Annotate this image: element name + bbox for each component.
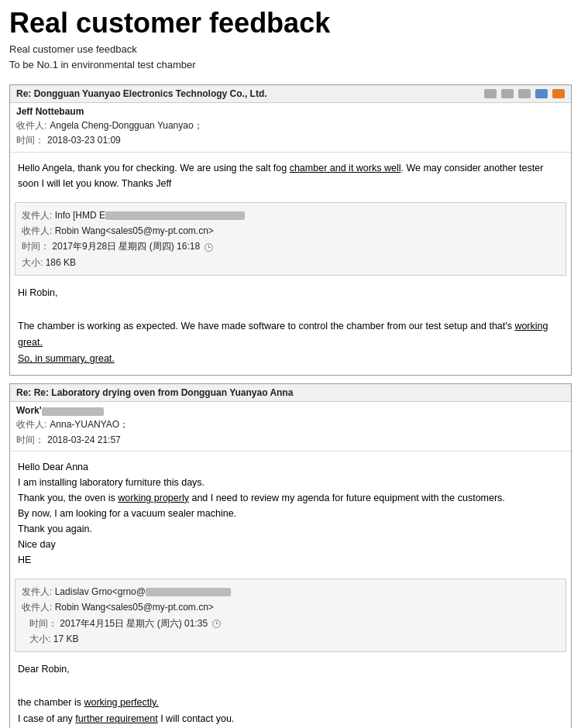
email-card-2: Re: Re: Laboratory drying oven from Dong… [9,383,572,728]
icon-attach [484,89,497,98]
meta-row-time-2: 时间： 2018-03-24 21:57 [16,433,565,448]
email-card-1: Re: Dongguan Yuanyao Electronics Technol… [9,84,572,376]
icon-forward [518,89,531,98]
nested-highlight-3: working perfectly. [84,697,158,708]
blurred-sender-2 [42,407,104,416]
icon-info [535,89,548,98]
email-meta-1: Jeff Nottebaum 收件人: Angela Cheng-Donggua… [10,103,571,149]
blurred-sender-1 [105,211,245,220]
nested-body-2: Dear Robin, the chamber is working perfe… [10,657,571,728]
clock-icon-1 [205,243,213,252]
highlight-working: working properly [118,493,189,503]
icon-reply [501,89,514,98]
meta-row-to-2: 收件人: Anna-YUANYAO； [16,417,565,432]
meta-row-time-1: 时间： 2018-03-23 01:09 [16,133,565,148]
nested-highlight-2: So, in summary, great. [18,353,115,364]
nested-email-2: 发件人: Ladislav Grno<grno@ 收件人: Robin Wang… [15,579,566,653]
email-header-bar-2: Re: Re: Laboratory drying oven from Dong… [10,384,571,402]
nested-email-1: 发件人: Info [HMD E 收件人: Robin Wang<sales05… [15,202,566,276]
email-header-bar-1: Re: Dongguan Yuanyao Electronics Technol… [10,85,571,103]
subtitle: Real customer use feedback To be No.1 in… [9,42,572,74]
email-header-icons-1 [484,89,565,98]
clock-icon-2 [212,620,221,628]
email-subject-2: Re: Re: Laboratory drying oven from Dong… [16,387,293,398]
icon-flag [552,89,565,98]
email-subject-1: Re: Dongguan Yuanyao Electronics Technol… [16,88,267,99]
blurred-sender-3 [146,588,231,596]
email-body-2: Hello Dear Anna I am installing laborato… [10,453,571,574]
nested-body-1: Hi Robin, The chamber is working as expe… [10,280,571,375]
page-title: Real customer feedback [9,8,572,39]
meta-row-to-1: 收件人: Angela Cheng-Dongguan Yuanyao； [16,118,565,133]
sender-name-2: Work' [16,405,565,416]
email-body-1: Hello Angela, thank you for checking. We… [10,154,571,197]
highlighted-text-1: chamber and it works well [290,163,401,173]
nested-highlight-4: further requirement [75,713,157,724]
email-meta-2: Work' 收件人: Anna-YUANYAO； 时间： 2018-03-24 … [10,402,571,448]
sender-name-1: Jeff Nottebaum [16,106,565,117]
